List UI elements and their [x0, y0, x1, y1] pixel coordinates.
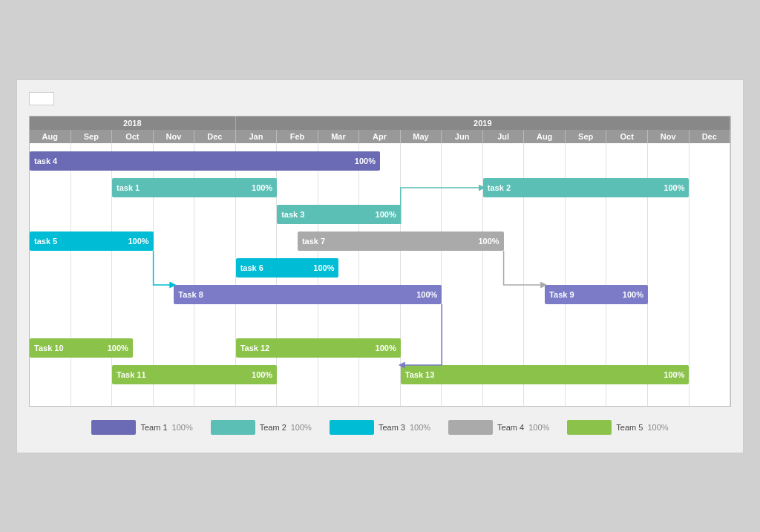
- legend-item: Team 1100%: [91, 420, 192, 435]
- task-label: task 1: [117, 183, 140, 192]
- chart-title: [29, 92, 54, 105]
- legend-pct: 100%: [410, 423, 430, 432]
- legend-item: Team 4100%: [448, 420, 549, 435]
- month-cell: Nov: [648, 130, 689, 143]
- task-label: Task 12: [240, 344, 270, 352]
- task-pct: 100%: [246, 183, 272, 192]
- task-bar-task6: task 6100%: [236, 258, 339, 278]
- legend-label: Team 4: [497, 423, 524, 432]
- year-cell: 2019: [236, 116, 730, 130]
- gantt-body: task 4100%task 1100%task 3100%task 2100%…: [30, 143, 730, 406]
- month-cell: May: [401, 130, 442, 143]
- legend-color-box: [567, 420, 612, 435]
- task-pct: 100%: [246, 370, 272, 379]
- task-label: Task 11: [117, 370, 146, 379]
- legend-label: Team 5: [616, 423, 643, 432]
- gantt-chart: 20182019 AugSepOctNovDecJanFebMarAprMayJ…: [29, 116, 731, 407]
- legend-label: Team 1: [140, 423, 167, 432]
- month-cell: Sep: [566, 130, 607, 143]
- legend-pct: 100%: [291, 423, 312, 432]
- month-cell: Apr: [359, 130, 401, 143]
- month-cell: Oct: [112, 130, 154, 143]
- month-cell: Feb: [277, 130, 318, 143]
- legend: Team 1100%Team 2100%Team 3100%Team 4100%…: [29, 420, 731, 435]
- legend-item: Team 2100%: [211, 420, 312, 435]
- legend-item: Team 3100%: [330, 420, 430, 435]
- task-bar-task5: task 5100%: [30, 231, 154, 251]
- task-label: Task 9: [549, 290, 574, 299]
- task-pct: 100%: [349, 157, 376, 165]
- month-cell: Nov: [154, 130, 195, 143]
- task-bar-task8: Task 8100%: [174, 285, 442, 304]
- legend-label: Team 3: [379, 423, 405, 432]
- task-pct: 100%: [410, 290, 437, 299]
- legend-item: Team 5100%: [567, 420, 668, 435]
- legend-pct: 100%: [647, 423, 668, 432]
- legend-color-box: [448, 420, 493, 435]
- month-cell: Jun: [442, 130, 483, 143]
- task-pct: 100%: [472, 237, 499, 246]
- task-bar-task12: Task 12100%: [236, 338, 401, 358]
- month-cell: Dec: [194, 130, 236, 143]
- main-container: 20182019 AugSepOctNovDecJanFebMarAprMayJ…: [16, 79, 744, 453]
- month-cell: Dec: [689, 130, 731, 143]
- task-label: Task 8: [178, 290, 203, 299]
- month-cell: Sep: [71, 130, 113, 143]
- task-label: task 3: [281, 210, 304, 219]
- legend-color-box: [330, 420, 374, 435]
- task-label: task 4: [34, 157, 57, 165]
- task-bar-task3: task 3100%: [277, 205, 401, 224]
- task-bar-task4: task 4100%: [30, 151, 380, 171]
- task-bar-task9: Task 9100%: [545, 285, 648, 304]
- task-label: task 5: [34, 237, 57, 246]
- task-label: Task 13: [405, 370, 435, 379]
- task-pct: 100%: [617, 290, 643, 299]
- legend-label: Team 2: [260, 423, 286, 432]
- month-cell: Mar: [318, 130, 360, 143]
- task-bar-task13: Task 13100%: [401, 365, 689, 384]
- month-cell: Jan: [236, 130, 278, 143]
- month-cell: Jul: [483, 130, 525, 143]
- year-cell: 2018: [30, 116, 236, 130]
- task-bar-task7: task 7100%: [298, 231, 504, 251]
- task-bar-task11: Task 11100%: [112, 365, 277, 384]
- task-pct: 100%: [658, 370, 684, 379]
- task-label: task 2: [488, 183, 511, 192]
- legend-color-box: [91, 420, 136, 435]
- month-cell: Aug: [524, 130, 566, 143]
- task-label: Task 10: [34, 344, 64, 352]
- task-pct: 100%: [370, 210, 396, 219]
- task-bar-task10: Task 10100%: [30, 338, 133, 358]
- legend-color-box: [211, 420, 255, 435]
- month-header: AugSepOctNovDecJanFebMarAprMayJunJulAugS…: [30, 130, 730, 143]
- task-bar-task1: task 1100%: [112, 178, 277, 197]
- task-label: task 7: [302, 237, 325, 246]
- month-cell: Oct: [606, 130, 648, 143]
- task-pct: 100%: [658, 183, 684, 192]
- legend-pct: 100%: [172, 423, 193, 432]
- task-pct: 100%: [307, 263, 334, 272]
- legend-pct: 100%: [528, 423, 549, 432]
- task-label: task 6: [240, 263, 263, 272]
- task-pct: 100%: [370, 344, 396, 352]
- task-bar-task2: task 2100%: [483, 178, 689, 197]
- year-header: 20182019: [30, 116, 730, 130]
- month-cell: Aug: [30, 130, 71, 143]
- task-pct: 100%: [122, 237, 148, 246]
- task-pct: 100%: [102, 344, 128, 352]
